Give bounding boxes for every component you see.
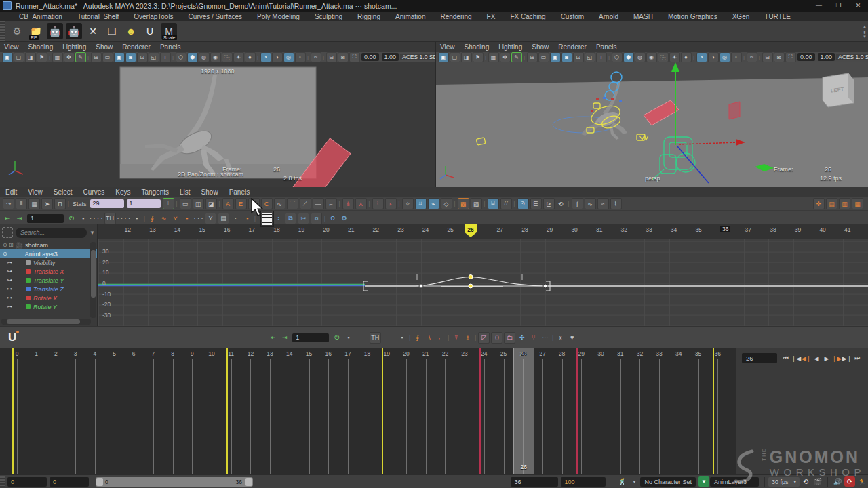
character-icon[interactable]: ⚹ bbox=[555, 333, 566, 343]
auto-key-icon[interactable]: ⟳ bbox=[844, 476, 855, 487]
shelf-tab-poly-modeling[interactable]: Poly Modeling bbox=[257, 13, 300, 20]
film-gate-icon[interactable]: ▭ bbox=[102, 52, 113, 62]
outliner-root-row[interactable]: ⊙ ⊞ 🎥 shotcam bbox=[0, 241, 97, 249]
wireframe-icon[interactable]: ⬡ bbox=[612, 52, 623, 62]
shadows-icon[interactable]: ● bbox=[681, 52, 692, 62]
gamma-field[interactable]: 1.00 bbox=[382, 53, 399, 61]
pane-max-icon[interactable]: ⛶ bbox=[349, 52, 360, 62]
ghost-curve-icon[interactable]: ⌸ bbox=[488, 198, 499, 209]
maximize-button[interactable]: ❐ bbox=[829, 0, 848, 12]
enable-anim-icon[interactable]: ⏻ bbox=[66, 214, 77, 224]
range-end-handle[interactable] bbox=[245, 478, 252, 486]
bookmark-icon[interactable]: ⚑ bbox=[37, 52, 47, 62]
2d-pan-zoom-icon[interactable]: ✥ bbox=[500, 52, 511, 62]
dof-icon[interactable]: ▫ bbox=[731, 52, 742, 62]
camera-attrs-icon[interactable]: ◨ bbox=[461, 52, 472, 62]
res-gate-icon[interactable]: ▣ bbox=[550, 52, 561, 62]
tangent-linear-icon[interactable]: ⟋ bbox=[300, 198, 311, 209]
loop-icon[interactable]: ⟲ bbox=[800, 476, 811, 487]
character-key-icon[interactable]: 🕺 bbox=[616, 476, 627, 487]
channel-row-translate-y[interactable]: ⊶Translate Y bbox=[0, 276, 97, 285]
lasso-icon[interactable]: ⬯ bbox=[491, 332, 502, 344]
right-viewport-canvas[interactable]: LEFT persp Frame: 26 12.9 fps bbox=[436, 62, 868, 187]
unify-tangents-icon[interactable]: ⋏ bbox=[355, 198, 367, 209]
view-transform-label[interactable]: ACES 1.0 SDR- bbox=[836, 54, 868, 60]
channel-row-rotate-x[interactable]: ⊶Rotate X bbox=[0, 293, 97, 302]
absolute-view-icon[interactable]: ▭ bbox=[180, 198, 191, 209]
motion-blur-icon[interactable]: ◑ bbox=[708, 52, 719, 62]
left-viewport-canvas[interactable]: 1920 x 1080 2D Pan/Zoom : shotcam Frame:… bbox=[0, 62, 435, 187]
graph-curve-area[interactable]: 1213141516171819202122232425272829303132… bbox=[98, 224, 868, 326]
anim-layer-select[interactable]: AnimLayer3 bbox=[710, 477, 759, 487]
pane-layout-icon[interactable]: ⊟ bbox=[326, 52, 337, 62]
enable-anim-icon[interactable]: ⏻ bbox=[332, 333, 342, 343]
grid-icon[interactable]: ⊞ bbox=[91, 52, 102, 62]
field-chart-icon[interactable]: ⊡ bbox=[573, 52, 584, 62]
shelf-skull-icon[interactable]: ☻ bbox=[123, 23, 139, 39]
gamma-field[interactable]: 1.00 bbox=[818, 53, 835, 61]
2d-pan-zoom-icon[interactable]: ✥ bbox=[64, 52, 75, 62]
time-slider[interactable]: 0123456789101112131415161718192021222324… bbox=[0, 348, 736, 474]
curve-resample-icon[interactable]: ∿ bbox=[585, 198, 596, 209]
playback-start-field[interactable]: 0 bbox=[50, 477, 89, 487]
step-forward-key-button[interactable]: ❘▶ bbox=[832, 352, 842, 364]
pane-layout-icon[interactable]: ⊟ bbox=[762, 52, 773, 62]
pane-pop-icon[interactable]: ⊠ bbox=[774, 52, 785, 62]
mid-frame-field[interactable]: 1 bbox=[292, 333, 329, 342]
search-dropdown-icon[interactable]: ▼ bbox=[90, 230, 95, 236]
dof-icon[interactable]: ▫ bbox=[295, 52, 306, 62]
graph-menu-list[interactable]: List bbox=[180, 188, 191, 196]
outliner-vertical-scrollbar[interactable] bbox=[90, 242, 96, 318]
buffer-snapshot-icon[interactable]: ⪾ bbox=[517, 198, 529, 209]
curve-smooth-icon[interactable]: ∫ bbox=[572, 198, 583, 209]
shelf-character-orange-icon[interactable]: 🤖 bbox=[47, 23, 63, 39]
grid-snap-icon[interactable]: ◇ bbox=[441, 198, 452, 209]
viewport-menu-show[interactable]: Show bbox=[532, 43, 549, 51]
channel-row-translate-x[interactable]: ⊶Translate X bbox=[0, 267, 97, 276]
animation-prefs-icon[interactable]: 🏃 bbox=[856, 476, 867, 487]
list-values-icon[interactable]: ▤ bbox=[218, 213, 229, 224]
shelf-tab-arnold[interactable]: Arnold bbox=[599, 13, 618, 20]
exposure-field[interactable]: 0.00 bbox=[361, 53, 379, 61]
next-key-icon[interactable]: ⇥ bbox=[279, 333, 290, 343]
shadows-icon[interactable]: ● bbox=[245, 52, 256, 62]
viewport-menu-view[interactable]: View bbox=[440, 43, 455, 51]
textured-icon[interactable]: ◍ bbox=[199, 52, 210, 62]
step-back-frame-button[interactable]: ❘◀ bbox=[791, 352, 801, 364]
ge-current-frame-field[interactable]: 1 bbox=[27, 214, 64, 223]
paste-keys-icon[interactable]: ⧇ bbox=[311, 213, 322, 224]
stats-value-field[interactable]: 1 bbox=[127, 199, 161, 208]
lock-tangent-weight-icon[interactable]: ⦛ bbox=[385, 198, 397, 209]
dots-icon[interactable]: · · · bbox=[193, 214, 203, 224]
play-backwards-button[interactable]: ◀ bbox=[812, 352, 821, 364]
wireframe-icon[interactable]: ⬡ bbox=[176, 52, 186, 62]
dots-icon[interactable]: · · · · bbox=[90, 214, 103, 224]
clapperboard-icon[interactable]: 🎬 bbox=[812, 476, 823, 487]
outliner-horizontal-scrollbar[interactable] bbox=[1, 319, 91, 325]
graph-menu-curves[interactable]: Curves bbox=[83, 188, 105, 196]
free-tangent-weight-icon[interactable]: ⦚ bbox=[372, 198, 384, 209]
motion-blur-icon[interactable]: ◑ bbox=[272, 52, 283, 62]
res-gate-icon[interactable]: ▣ bbox=[114, 52, 125, 62]
lights-icon[interactable]: ☀ bbox=[669, 52, 680, 62]
break-tangents-icon[interactable]: ⋔ bbox=[342, 198, 354, 209]
go-to-start-button[interactable]: ⏮ bbox=[781, 352, 791, 364]
film-gate-icon[interactable]: ▭ bbox=[538, 52, 549, 62]
graph-time-ruler[interactable]: 1213141516171819202122232425272829303132… bbox=[98, 224, 868, 239]
grease-pencil-icon[interactable]: ✎ bbox=[75, 52, 86, 62]
timeline-current-frame[interactable]: 2626 bbox=[513, 348, 534, 474]
pre-infinity-icon[interactable]: ⟲ bbox=[556, 199, 566, 209]
graph-menu-keys[interactable]: Keys bbox=[115, 188, 130, 196]
safe-title-icon[interactable]: T bbox=[160, 52, 171, 62]
image-plane-icon[interactable]: ▦ bbox=[52, 52, 63, 62]
shelf-tab-rigging[interactable]: Rigging bbox=[357, 13, 380, 20]
viewport-menu-renderer[interactable]: Renderer bbox=[558, 43, 587, 51]
view-transform-label[interactable]: ACES 1.0 SDR- bbox=[400, 54, 435, 60]
viewport-menu-panels[interactable]: Panels bbox=[596, 43, 617, 51]
lock-camera-icon[interactable]: ▢ bbox=[14, 52, 24, 62]
bookmark-icon[interactable]: ⚑ bbox=[473, 52, 484, 62]
shelf-squares-icon[interactable]: ❏ bbox=[104, 23, 120, 39]
viewport-menu-shading[interactable]: Shading bbox=[28, 43, 54, 51]
value-snap-icon[interactable]: ⌁ bbox=[428, 198, 439, 209]
retime-settings-icon[interactable]: ⚙ bbox=[339, 214, 349, 224]
